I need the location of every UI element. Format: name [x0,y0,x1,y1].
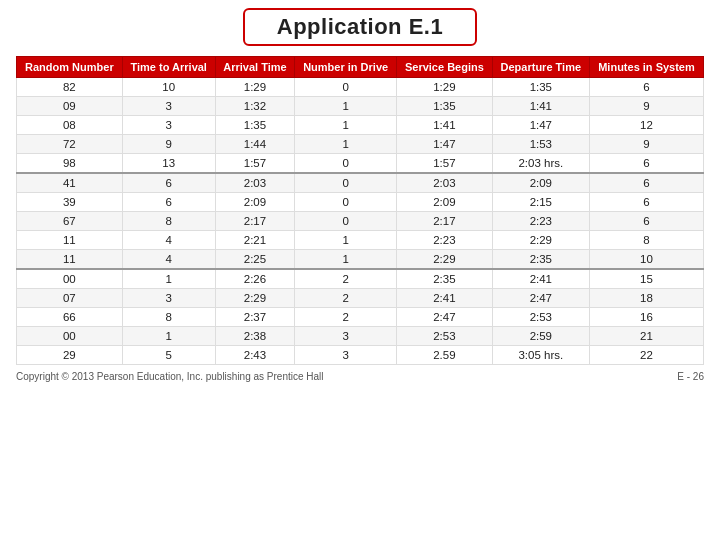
table-cell: 1 [295,231,397,250]
table-cell: 2 [295,269,397,289]
table-cell: 2:53 [492,308,589,327]
table-cell: 1:41 [397,116,493,135]
table-cell: 4 [122,250,215,270]
table-cell: 6 [122,173,215,193]
table-cell: 2:25 [215,250,294,270]
table-cell: 13 [122,154,215,174]
table-row: 1142:2512:292:3510 [17,250,704,270]
table-cell: 00 [17,269,123,289]
table-header-cell: Departure Time [492,57,589,78]
table-cell: 0 [295,154,397,174]
table-cell: 2:23 [397,231,493,250]
table-row: 0931:3211:351:419 [17,97,704,116]
table-cell: 2:23 [492,212,589,231]
table-cell: 39 [17,193,123,212]
table-cell: 1:35 [215,116,294,135]
page: Application E.1 Random NumberTime to Arr… [0,0,720,540]
table-cell: 9 [589,135,703,154]
table-cell: 67 [17,212,123,231]
table-cell: 1 [295,135,397,154]
table-row: 6782:1702:172:236 [17,212,704,231]
table-row: 6682:3722:472:5316 [17,308,704,327]
page-title: Application E.1 [277,14,443,39]
table-cell: 16 [589,308,703,327]
table-row: 1142:2112:232:298 [17,231,704,250]
table-row: 4162:0302:032:096 [17,173,704,193]
table-cell: 9 [589,97,703,116]
table-cell: 2:17 [397,212,493,231]
table-cell: 2:09 [492,173,589,193]
table-cell: 2:09 [215,193,294,212]
table-cell: 2:35 [397,269,493,289]
table-header-cell: Minutes in System [589,57,703,78]
table-cell: 6 [122,193,215,212]
table-header-cell: Number in Drive [295,57,397,78]
table-row: 7291:4411:471:539 [17,135,704,154]
table-cell: 2.59 [397,346,493,365]
table-cell: 6 [589,193,703,212]
table-cell: 98 [17,154,123,174]
table-cell: 2 [295,308,397,327]
table-cell: 1:47 [492,116,589,135]
table-cell: 1:41 [492,97,589,116]
table-row: 3962:0902:092:156 [17,193,704,212]
table-cell: 3 [295,327,397,346]
table-cell: 66 [17,308,123,327]
table-cell: 2:17 [215,212,294,231]
table-cell: 8 [122,308,215,327]
data-table: Random NumberTime to ArrivalArrival Time… [16,56,704,365]
table-cell: 41 [17,173,123,193]
table-cell: 15 [589,269,703,289]
table-header-cell: Service Begins [397,57,493,78]
table-cell: 2:47 [492,289,589,308]
table-cell: 5 [122,346,215,365]
table-cell: 2:38 [215,327,294,346]
table-cell: 1 [295,116,397,135]
table-header-cell: Time to Arrival [122,57,215,78]
table-row: 98131:5701:572:03 hrs.6 [17,154,704,174]
table-cell: 1:35 [397,97,493,116]
table-row: 0831:3511:411:4712 [17,116,704,135]
table-cell: 10 [122,78,215,97]
table-cell: 1:57 [397,154,493,174]
table-cell: 07 [17,289,123,308]
table-cell: 6 [589,212,703,231]
table-cell: 2:03 [215,173,294,193]
table-cell: 18 [589,289,703,308]
table-cell: 11 [17,231,123,250]
table-cell: 08 [17,116,123,135]
table-cell: 6 [589,173,703,193]
page-number: E - 26 [677,371,704,382]
table-cell: 3 [295,346,397,365]
table-cell: 6 [589,78,703,97]
table-cell: 6 [589,154,703,174]
table-cell: 1:44 [215,135,294,154]
table-cell: 10 [589,250,703,270]
table-header-row: Random NumberTime to ArrivalArrival Time… [17,57,704,78]
table-row: 0012:2622:352:4115 [17,269,704,289]
table-cell: 1:57 [215,154,294,174]
table-cell: 8 [589,231,703,250]
table-cell: 2:35 [492,250,589,270]
table-row: 0732:2922:412:4718 [17,289,704,308]
title-box: Application E.1 [243,8,477,46]
table-cell: 2:15 [492,193,589,212]
table-cell: 4 [122,231,215,250]
table-cell: 12 [589,116,703,135]
table-cell: 1 [295,250,397,270]
table-cell: 2:29 [397,250,493,270]
table-cell: 72 [17,135,123,154]
table-header-cell: Arrival Time [215,57,294,78]
table-cell: 3:05 hrs. [492,346,589,365]
table-cell: 9 [122,135,215,154]
table-cell: 2 [295,289,397,308]
table-cell: 0 [295,173,397,193]
table-cell: 1 [122,269,215,289]
table-cell: 3 [122,97,215,116]
table-cell: 1:32 [215,97,294,116]
table-cell: 1:53 [492,135,589,154]
table-cell: 1:29 [397,78,493,97]
table-cell: 2:26 [215,269,294,289]
table-cell: 09 [17,97,123,116]
table-cell: 2:59 [492,327,589,346]
